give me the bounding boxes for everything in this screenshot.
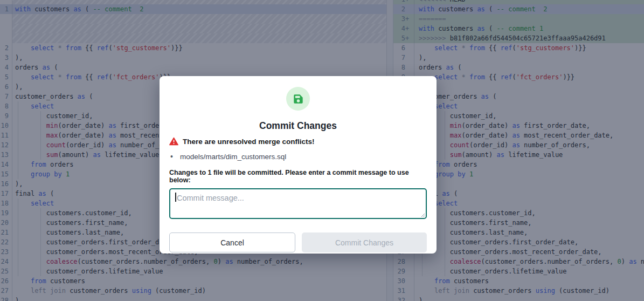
dbt-ide-screen: 1with customers as ( -- comment 22 selec… [0, 0, 644, 301]
commit-message-field [169, 188, 427, 219]
modal-title: Commit Changes [160, 120, 437, 132]
modal-actions: Cancel Commit Changes [169, 232, 427, 252]
commit-instruction: Changes to 1 file will be committed. Ple… [169, 169, 427, 184]
save-icon [286, 87, 310, 111]
conflict-file-name: models/marts/dim_customers.sql [180, 153, 286, 161]
resize-handle-icon[interactable] [420, 213, 425, 217]
commit-changes-modal: Commit Changes There are unresolved merg… [160, 76, 437, 254]
commit-message-input[interactable] [169, 188, 427, 219]
warning-icon [169, 137, 178, 146]
merge-conflict-warning: There are unresolved merge conflicts! [169, 137, 427, 146]
cancel-button[interactable]: Cancel [169, 232, 295, 252]
bullet-icon: • [170, 152, 173, 161]
commit-changes-button[interactable]: Commit Changes [302, 232, 427, 252]
warning-text: There are unresolved merge conflicts! [183, 138, 315, 146]
text-caret [175, 193, 176, 202]
conflict-file-item: • models/marts/dim_customers.sql [170, 152, 427, 161]
